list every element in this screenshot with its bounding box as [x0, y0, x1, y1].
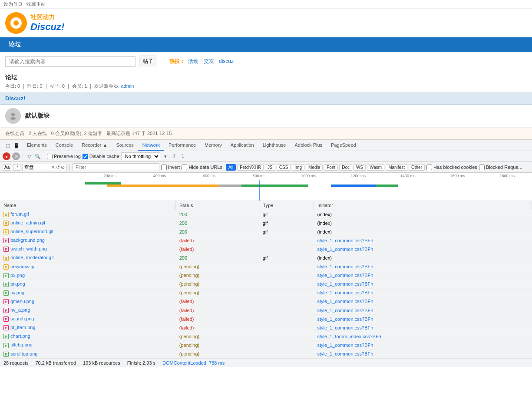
hot-item-1[interactable]: 活动 — [188, 58, 198, 64]
table-row[interactable]: Gonline_supermod.gif200gif(index) — [0, 227, 532, 236]
tab-adblock[interactable]: Adblock Plus — [290, 140, 327, 151]
table-row[interactable]: Pchart.png(pending)style_1_forum_index.c… — [0, 332, 532, 341]
filter-font[interactable]: Font — [324, 164, 338, 171]
inspect-icon[interactable]: ⬚ — [4, 142, 11, 149]
filter-img[interactable]: Img — [292, 164, 304, 171]
blocked-requests-checkbox[interactable]: Blocked Reque... — [479, 165, 522, 170]
record-button[interactable]: ● — [3, 152, 10, 160]
filter-css[interactable]: CSS — [277, 164, 291, 171]
col-type[interactable]: Type — [259, 201, 314, 210]
has-blocked-cookies-checkbox[interactable]: Has blocked cookies — [426, 165, 477, 170]
tab-lighthouse[interactable]: Lighthouse — [258, 140, 291, 151]
filter-wasm[interactable]: Wasm — [367, 164, 384, 171]
table-row[interactable]: Pqmenu.png(failed)style_1_common.css?BFh — [0, 297, 532, 306]
search-type-selector[interactable]: 帖子 — [139, 56, 157, 67]
export-icon[interactable]: ⤵ — [179, 153, 186, 160]
file-name-link[interactable]: titlebg.png — [10, 342, 33, 347]
filter-other[interactable]: Other — [409, 164, 425, 171]
table-row[interactable]: Gnewarow.gif(pending)style_1_common.css?… — [0, 262, 532, 271]
cell-name: Pqmenu.png — [0, 297, 176, 306]
hide-data-urls-checkbox[interactable]: Hide data URLs — [182, 165, 222, 170]
preserve-log-checkbox[interactable]: Preserve log — [47, 154, 81, 159]
file-name-link[interactable]: pt_item.png — [10, 325, 35, 330]
table-row[interactable]: Ppx.png(pending)style_1_common.css?BFh — [0, 271, 532, 280]
tab-performance[interactable]: Performance — [164, 140, 200, 151]
search-icon[interactable]: 🔍 — [34, 153, 41, 160]
table-row[interactable]: Pbackground.png(failed)style_1_common.cs… — [0, 236, 532, 245]
import-icon[interactable]: ⤴ — [171, 153, 178, 160]
file-name-link[interactable]: pn.png — [10, 281, 25, 287]
device-icon[interactable]: 📱 — [13, 142, 20, 149]
file-name-link[interactable]: scrolltop.png — [10, 351, 37, 356]
file-name-link[interactable]: online_admin.gif — [10, 220, 45, 225]
table-row[interactable]: Ptitlebg.png(pending)style_1_common.css?… — [0, 341, 532, 349]
file-name-link[interactable]: nv.png — [10, 290, 24, 295]
table-row[interactable]: Gforum.gif200gif(index) — [0, 210, 532, 219]
col-name[interactable]: Name — [0, 201, 176, 210]
table-row[interactable]: Pscrolltop.png(pending)style_1_common.cs… — [0, 349, 532, 358]
table-row[interactable]: Gonline_admin.gif200gif(index) — [0, 219, 532, 227]
preserve-log-input[interactable] — [47, 154, 53, 159]
file-name-link[interactable]: search.png — [10, 316, 34, 321]
tab-console[interactable]: Console — [51, 140, 77, 151]
disable-cache-input[interactable] — [83, 154, 88, 159]
devtools-filter-toolbar: Aa .* ✕ ↺ ⊘ Invert Hide data URLs All Fe… — [0, 162, 532, 173]
tab-elements[interactable]: Elements — [23, 140, 51, 151]
file-name-link[interactable]: online_supermod.gif — [10, 229, 53, 234]
table-row[interactable]: Psearch.png(failed)style_1_common.css?BF… — [0, 315, 532, 323]
disable-cache-checkbox[interactable]: Disable cache — [83, 154, 119, 159]
refresh-icon[interactable]: ↺ — [56, 165, 60, 170]
network-table-container[interactable]: Name Status Type Initiator Gforum.gif200… — [0, 201, 532, 359]
table-row[interactable]: Ppn.png(pending)style_1_common.css?BFh — [0, 280, 532, 288]
tab-network[interactable]: Network — [138, 140, 164, 151]
stop-button[interactable]: ⊘ — [12, 152, 20, 160]
throttle-select[interactable]: No throttling — [121, 152, 160, 160]
clear-search-icon[interactable]: ✕ — [51, 165, 55, 170]
table-row[interactable]: Ppt_item.png(failed)style_1_common.css?B… — [0, 323, 532, 332]
tab-pagespeed[interactable]: PageSpeed — [327, 140, 360, 151]
filter-doc[interactable]: Doc — [339, 164, 352, 171]
col-status[interactable]: Status — [176, 201, 259, 210]
tab-application[interactable]: Application — [226, 140, 258, 151]
invert-checkbox[interactable]: Invert — [161, 165, 180, 170]
file-name-link[interactable]: switch_width.png — [10, 246, 47, 251]
board-name[interactable]: 默认版块 — [25, 112, 50, 120]
filter-all[interactable]: All — [226, 164, 236, 171]
filter-icon[interactable]: ▽ — [26, 153, 33, 160]
file-name-link[interactable]: online_moderator.gif — [10, 255, 54, 260]
tab-memory[interactable]: Memory — [200, 140, 226, 151]
table-row[interactable]: Pnv.png(pending)style_1_common.css?BFh — [0, 288, 532, 297]
set-home-link[interactable]: 设为首页 — [3, 1, 23, 7]
clear-icon2[interactable]: ⊘ — [61, 165, 65, 170]
regex-button[interactable]: .* — [13, 164, 20, 171]
hot-item-3[interactable]: discuz — [219, 58, 234, 64]
filter-media[interactable]: Media — [306, 164, 323, 171]
filter-manifest[interactable]: Manifest — [386, 164, 407, 171]
search-box-input[interactable] — [24, 165, 50, 170]
file-name-link[interactable]: px.png — [10, 273, 25, 278]
forum-nav-item[interactable]: 论坛 — [5, 39, 24, 50]
file-name-link[interactable]: background.png — [10, 237, 45, 243]
table-row[interactable]: Pnv_a.png(failed)style_1_common.css?BFh — [0, 306, 532, 315]
hot-item-2[interactable]: 交友 — [204, 58, 214, 64]
col-initiator[interactable]: Initiator — [314, 201, 532, 210]
tab-sources[interactable]: Sources — [112, 140, 138, 151]
cell-status: (failed) — [176, 323, 259, 332]
filter-input[interactable] — [73, 163, 159, 171]
admin-link[interactable]: admin — [121, 83, 134, 89]
filter-ws[interactable]: WS — [354, 164, 366, 171]
file-name-link[interactable]: forum.gif — [10, 211, 29, 217]
bookmark-link[interactable]: 收藏本站 — [26, 1, 46, 7]
aa-button[interactable]: Aa — [3, 164, 11, 171]
filter-fetch-xhr[interactable]: Fetch/XHR — [237, 164, 264, 171]
file-name-link[interactable]: newarow.gif — [10, 264, 36, 269]
file-name-link[interactable]: qmenu.png — [10, 299, 34, 304]
cell-status: (failed) — [176, 245, 259, 254]
file-name-link[interactable]: chart.png — [10, 333, 30, 339]
filter-js[interactable]: JS — [265, 164, 275, 171]
file-name-link[interactable]: nv_a.png — [10, 307, 30, 313]
tab-recorder[interactable]: Recorder ▲ — [77, 140, 112, 151]
search-input[interactable] — [5, 56, 135, 67]
table-row[interactable]: Gonline_moderator.gif200gif(index) — [0, 254, 532, 262]
table-row[interactable]: Pswitch_width.png(failed)style_1_common.… — [0, 245, 532, 254]
